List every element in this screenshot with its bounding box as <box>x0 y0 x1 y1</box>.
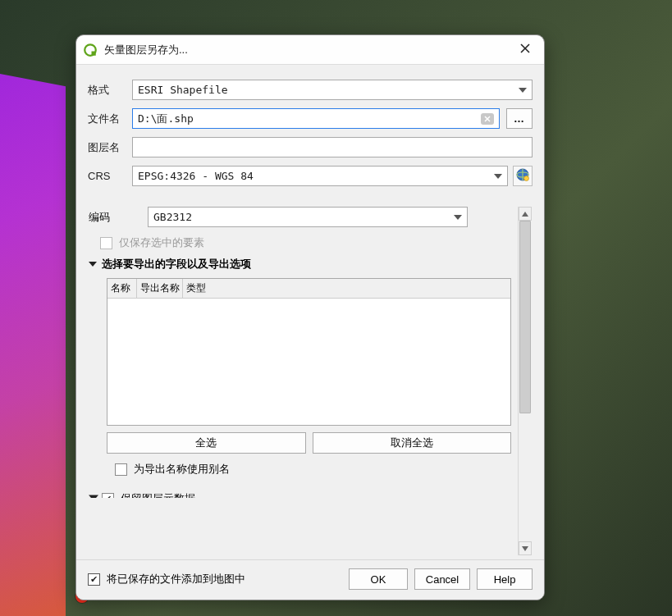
svg-rect-1 <box>92 51 96 55</box>
chevron-down-icon <box>522 542 528 554</box>
svg-marker-13 <box>89 262 97 267</box>
deselect-all-button[interactable]: 取消全选 <box>313 432 512 454</box>
crs-value: EPSG:4326 - WGS 84 <box>138 170 254 182</box>
ok-label: OK <box>371 573 386 586</box>
crs-dropdown[interactable]: EPSG:4326 - WGS 84 <box>132 166 508 186</box>
svg-marker-14 <box>89 495 98 498</box>
format-dropdown[interactable]: ESRI Shapefile <box>132 80 533 100</box>
cancel-button[interactable]: Cancel <box>414 568 470 590</box>
cancel-label: Cancel <box>426 573 459 586</box>
keep-metadata-label: 保留图层元数据 <box>121 491 195 498</box>
table-header: 名称 导出名称 类型 <box>107 279 510 299</box>
svg-marker-15 <box>522 212 528 217</box>
scroll-up-button[interactable] <box>519 207 532 221</box>
scrollbar-thumb[interactable] <box>519 221 531 413</box>
add-to-map-row[interactable]: 将已保存的文件添加到地图中 <box>88 572 245 586</box>
deselect-all-label: 取消全选 <box>391 436 433 450</box>
map-canvas: 矢量图层另存为... 格式 ESRI Shapefile <box>0 0 672 616</box>
help-label: Help <box>494 573 516 586</box>
browse-label: … <box>514 112 525 125</box>
ok-button[interactable]: OK <box>349 568 408 590</box>
only-selected-checkbox-row: 仅保存选中的要素 <box>100 235 514 250</box>
triangle-down-icon <box>89 260 98 268</box>
clear-icon <box>484 112 491 125</box>
dialog-footer: 将已保存的文件添加到地图中 OK Cancel Help <box>76 559 544 600</box>
titlebar: 矢量图层另存为... <box>76 35 544 65</box>
layername-label: 图层名 <box>88 140 132 155</box>
crs-label: CRS <box>88 170 132 182</box>
fields-section-toggle[interactable]: 选择要导出的字段以及导出选项 <box>89 257 514 271</box>
fields-section-label: 选择要导出的字段以及导出选项 <box>102 257 251 271</box>
encoding-label: 编码 <box>89 210 148 225</box>
svg-marker-7 <box>494 174 502 179</box>
svg-marker-4 <box>519 88 527 93</box>
format-label: 格式 <box>88 83 132 98</box>
scrollbar-track[interactable] <box>519 221 532 541</box>
select-all-button[interactable]: 全选 <box>107 432 306 454</box>
globe-icon <box>515 167 530 185</box>
add-to-map-label: 将已保存的文件添加到地图中 <box>107 572 245 586</box>
help-button[interactable]: Help <box>477 568 533 590</box>
close-icon <box>519 43 531 57</box>
qgis-logo-icon <box>83 43 98 57</box>
use-alias-checkbox[interactable] <box>115 463 127 476</box>
use-alias-row[interactable]: 为导出名称使用别名 <box>115 462 511 477</box>
chevron-down-icon <box>519 86 527 94</box>
chevron-down-icon <box>454 213 462 221</box>
col-type[interactable]: 类型 <box>183 279 216 298</box>
crs-selector-button[interactable] <box>513 166 533 186</box>
chevron-down-icon <box>494 172 502 180</box>
filename-input[interactable]: D:\面.shp <box>132 108 500 129</box>
browse-button[interactable]: … <box>506 108 533 129</box>
col-export-name[interactable]: 导出名称 <box>137 279 183 298</box>
keep-metadata-checkbox[interactable] <box>102 493 114 499</box>
chevron-up-icon <box>522 208 528 220</box>
only-selected-label: 仅保存选中的要素 <box>119 235 204 250</box>
col-name[interactable]: 名称 <box>107 279 137 298</box>
close-button[interactable] <box>514 39 536 61</box>
select-all-label: 全选 <box>195 436 217 450</box>
encoding-value: GB2312 <box>153 211 192 223</box>
svg-marker-16 <box>522 546 528 551</box>
scroll-down-button[interactable] <box>519 541 532 555</box>
encoding-dropdown[interactable]: GB2312 <box>148 207 468 227</box>
clear-input-button[interactable] <box>481 113 494 125</box>
only-selected-checkbox <box>100 237 112 249</box>
keep-metadata-toggle[interactable]: 保留图层元数据 <box>89 491 195 498</box>
fields-table[interactable]: 名称 导出名称 类型 <box>107 278 511 426</box>
filename-value: D:\面.shp <box>138 112 194 126</box>
window-title: 矢量图层另存为... <box>104 43 514 57</box>
add-to-map-checkbox[interactable] <box>88 573 100 586</box>
filename-label: 文件名 <box>88 112 132 126</box>
use-alias-label: 为导出名称使用别名 <box>134 462 230 477</box>
layername-input[interactable] <box>132 137 533 157</box>
format-value: ESRI Shapefile <box>138 84 228 96</box>
svg-point-11 <box>524 176 529 181</box>
save-vector-layer-dialog: 矢量图层另存为... 格式 ESRI Shapefile <box>75 34 545 600</box>
vertical-scrollbar[interactable] <box>518 207 532 555</box>
triangle-down-icon <box>89 493 98 499</box>
svg-marker-12 <box>454 215 462 220</box>
